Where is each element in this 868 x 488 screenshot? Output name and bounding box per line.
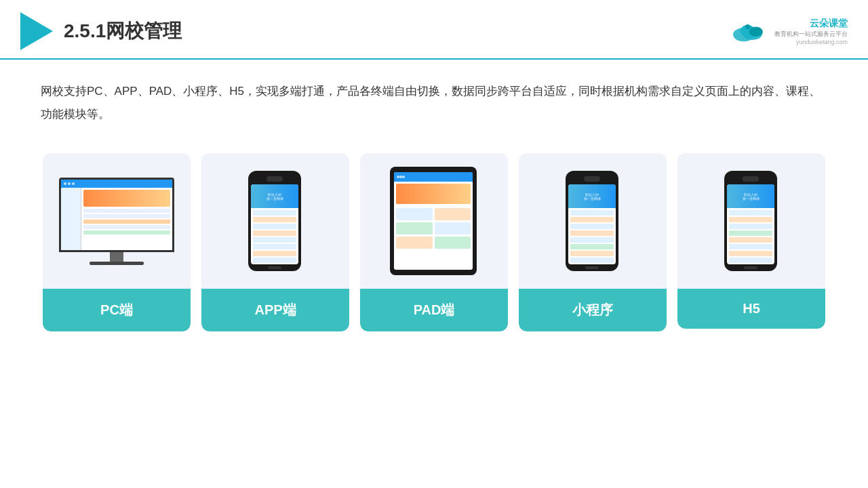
- card-image-pad: [360, 153, 508, 289]
- card-pc: PC端: [43, 153, 191, 331]
- brand-tagline: 教育机构一站式服务云平台: [774, 30, 848, 39]
- card-label-pc: PC端: [43, 289, 191, 331]
- brand-name: 云朵课堂: [774, 18, 848, 30]
- page-title: 2.5.1网校管理: [64, 18, 182, 44]
- brand-row: 云朵课堂 教育机构一站式服务云平台 yunduoketang.com: [728, 18, 848, 45]
- cloud-logo-icon: [728, 19, 769, 43]
- brand-url: yunduoketang.com: [774, 39, 848, 45]
- logo-triangle-icon: [20, 12, 53, 50]
- card-image-pc: [43, 153, 191, 289]
- card-label-h5: H5: [677, 289, 825, 329]
- phone-illustration-app: 职达人的第一堂网课: [248, 171, 302, 271]
- card-pad: PAD端: [360, 153, 508, 331]
- main-content: 网校支持PC、APP、PAD、小程序、H5，实现多端打通，产品各终端自由切换，数…: [0, 60, 868, 345]
- card-label-miniprogram: 小程序: [519, 289, 667, 331]
- card-h5: 职达人的第一堂网课: [677, 153, 825, 329]
- card-label-app: APP端: [201, 289, 349, 331]
- header-left: 2.5.1网校管理: [20, 12, 182, 50]
- monitor-screen: [59, 178, 174, 252]
- brand-area: 云朵课堂 教育机构一站式服务云平台 yunduoketang.com: [728, 18, 848, 45]
- card-image-app: 职达人的第一堂网课: [201, 153, 349, 289]
- header: 2.5.1网校管理 云朵课堂 教育机构一站式服务云平台 yunduoketang…: [0, 0, 868, 60]
- svg-point-3: [749, 27, 763, 37]
- svg-rect-5: [745, 26, 750, 27]
- card-miniprogram: 职达人的第一堂网课: [519, 153, 667, 331]
- description-text: 网校支持PC、APP、PAD、小程序、H5，实现多端打通，产品各终端自由切换，数…: [41, 80, 827, 126]
- phone-illustration-mini: 职达人的第一堂网课: [566, 171, 620, 271]
- card-app: 职达人的第一堂网课: [201, 153, 349, 331]
- card-label-pad: PAD端: [360, 289, 508, 331]
- phone-illustration-h5: 职达人的第一堂网课: [724, 171, 778, 271]
- tablet-illustration: [390, 167, 478, 275]
- card-image-h5: 职达人的第一堂网课: [677, 153, 825, 289]
- brand-text: 云朵课堂 教育机构一站式服务云平台 yunduoketang.com: [774, 18, 848, 45]
- card-image-miniprogram: 职达人的第一堂网课: [519, 153, 667, 289]
- monitor-illustration: [56, 178, 178, 265]
- cards-container: PC端 职达人的第一堂网课: [41, 153, 827, 331]
